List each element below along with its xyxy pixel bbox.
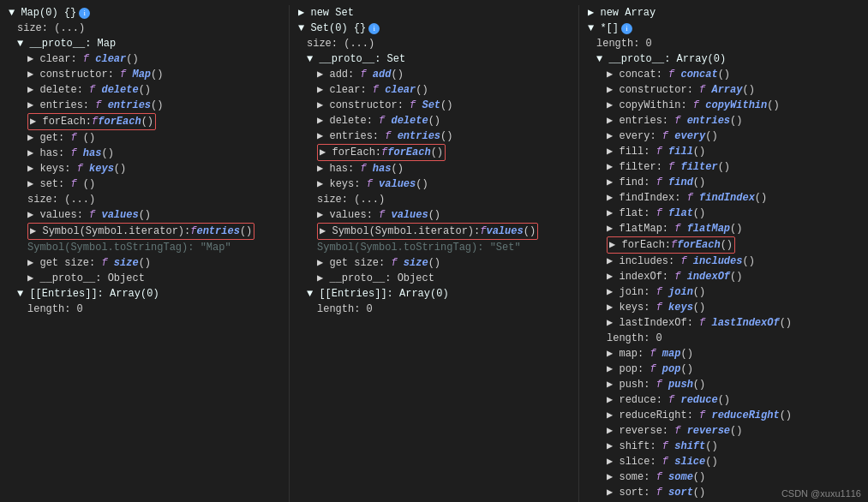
main-content: ▼ Map(0) {} i size: (...) ▼ __proto__: M…: [0, 0, 868, 502]
line: ▶ join: f join(): [586, 284, 861, 300]
line: ▼ __proto__: Set: [296, 51, 572, 67]
array-column: ▶ new Array ▼ *[] i length: 0 ▼ __proto_…: [579, 5, 868, 502]
line: ▶ concat: f concat(): [586, 67, 861, 82]
line: length: 0: [586, 331, 861, 346]
info-icon[interactable]: i: [368, 23, 380, 34]
line: ▶ values: f values(): [296, 207, 572, 223]
line: ▶ new Array: [586, 5, 861, 21]
line: ▶ get size: f size(): [7, 255, 282, 271]
line: ▶ indexOf: f indexOf(): [586, 269, 861, 284]
line: ▶ get: f (): [7, 130, 282, 146]
line: ▶ shift: f shift(): [586, 439, 861, 454]
line: ▶ some: f some(): [586, 469, 861, 485]
line: ▶ has: f has(): [296, 161, 572, 176]
line: size: (...): [296, 36, 572, 51]
line: ▶ keys: f keys(): [586, 300, 861, 315]
symbol-iterator-set-line: ▶ Symbol(Symbol.iterator): f values(): [296, 223, 572, 240]
line: ▶ new Set: [296, 5, 572, 21]
line: ▶ get size: f size(): [296, 255, 572, 271]
line: ▶ slice: f slice(): [586, 454, 861, 469]
symbol-iterator-map-highlight: ▶ Symbol(Symbol.iterator): f entries(): [27, 223, 254, 240]
line: ▶ clear: f clear(): [296, 82, 572, 98]
line: size: (...): [7, 21, 282, 36]
line: ▶ keys: f keys(): [7, 161, 282, 176]
foreach-set-highlight: ▶ forEach: f forEach(): [317, 144, 446, 161]
line: ▶ entries: f entries(): [296, 128, 572, 144]
line: ▼ Set(0) {} i: [296, 21, 572, 36]
line: length: 0: [586, 36, 861, 51]
foreach-array-line: ▶ forEach: f forEach(): [586, 236, 861, 254]
line: ▶ flatMap: f flatMap(): [586, 221, 861, 236]
watermark: CSDN @xuxu1116: [781, 488, 861, 499]
line: ▶ clear: f clear(): [7, 51, 282, 67]
line: ▼ Map(0) {} i: [7, 5, 282, 21]
line: ▼ __proto__: Array(0): [586, 51, 861, 67]
line: ▶ filter: f filter(): [586, 159, 861, 175]
line: ▶ __proto__: Object: [7, 271, 282, 286]
line: ▶ reduce: f reduce(): [586, 392, 861, 408]
line: size: (...): [7, 192, 282, 207]
line: ▼ *[] i: [586, 21, 861, 36]
line: ▶ find: f find(): [586, 175, 861, 190]
line: ▼ [[Entries]]: Array(0): [296, 286, 572, 302]
info-icon[interactable]: i: [79, 8, 90, 19]
line: ▼ __proto__: Map: [7, 36, 282, 51]
line: ▶ includes: f includes(): [586, 254, 861, 269]
info-icon[interactable]: i: [621, 23, 632, 34]
map-column: ▼ Map(0) {} i size: (...) ▼ __proto__: M…: [0, 5, 290, 502]
line: ▶ delete: f delete(): [7, 82, 282, 98]
line: ▶ reverse: f reverse(): [586, 423, 861, 439]
line: Symbol(Symbol.toStringTag): "Map": [7, 240, 282, 255]
foreach-map-highlight: ▶ forEach: f forEach(): [27, 113, 156, 130]
line: ▶ map: f map(): [586, 346, 861, 362]
line: ▶ push: f push(): [586, 377, 861, 392]
line: length: 0: [7, 302, 282, 317]
line: ▶ values: f values(): [7, 207, 282, 223]
line: ▶ has: f has(): [7, 146, 282, 161]
set-column: ▶ new Set ▼ Set(0) {} i size: (...) ▼ __…: [290, 5, 579, 502]
line: ▶ pop: f pop(): [586, 362, 861, 377]
foreach-array-highlight: ▶ forEach: f forEach(): [607, 236, 735, 254]
line: ▶ fill: f fill(): [586, 144, 861, 159]
foreach-set-line: ▶ forEach: f forEach(): [296, 144, 572, 161]
line: size: (...): [296, 192, 572, 207]
line: ▶ constructor: f Map(): [7, 67, 282, 82]
line: ▶ flat: f flat(): [586, 206, 861, 221]
line: ▶ lastIndexOf: f lastIndexOf(): [586, 315, 861, 331]
line: ▶ reduceRight: f reduceRight(): [586, 408, 861, 423]
symbol-iterator-set-highlight: ▶ Symbol(Symbol.iterator): f values(): [317, 223, 538, 240]
line: Symbol(Symbol.toStringTag): "Set": [296, 240, 572, 255]
line: ▶ keys: f values(): [296, 176, 572, 192]
line: ▶ __proto__: Object: [296, 271, 572, 286]
line: ▶ constructor: f Array(): [586, 82, 861, 98]
line: ▶ delete: f delete(): [296, 113, 572, 128]
line: ▶ findIndex: f findIndex(): [586, 190, 861, 206]
line: ▶ add: f add(): [296, 67, 572, 82]
symbol-iterator-map-line: ▶ Symbol(Symbol.iterator): f entries(): [7, 223, 282, 240]
line: ▶ every: f every(): [586, 128, 861, 144]
line: ▶ entries: f entries(): [7, 98, 282, 113]
line: ▶ set: f (): [7, 176, 282, 192]
line: ▶ copyWithin: f copyWithin(): [586, 98, 861, 113]
line: ▶ constructor: f Set(): [296, 98, 572, 113]
line: length: 0: [296, 302, 572, 317]
line: ▼ [[Entries]]: Array(0): [7, 286, 282, 302]
foreach-map-line: ▶ forEach: f forEach(): [7, 113, 282, 130]
line: ▶ entries: f entries(): [586, 113, 861, 128]
